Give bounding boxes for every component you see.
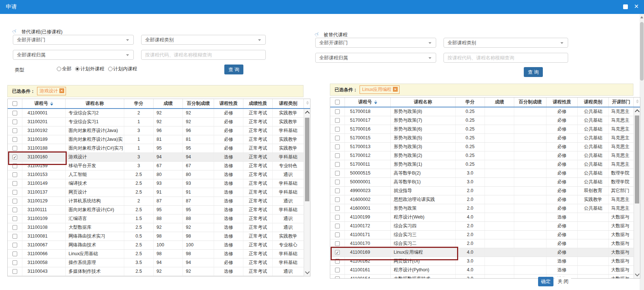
table-row[interactable]: 41600002思想政治理论课实践2.0必修实践教学马克思主 xyxy=(330,195,634,204)
remove-tag-icon[interactable]: ✕ xyxy=(393,87,398,92)
table-scrollbar-right[interactable] xyxy=(634,107,640,278)
sort-both-icon[interactable] xyxy=(636,99,639,103)
sort-both-icon[interactable] xyxy=(306,101,309,105)
table-row[interactable]: 51700016形势与政策(6)0.25必修公共基础马克思主 xyxy=(330,125,634,134)
category-select-right[interactable]: 全部课程类别 xyxy=(444,38,568,48)
query-button-left[interactable]: 查 询 xyxy=(224,65,243,74)
table-row[interactable]: 31100201专业综合实习119292必修正常考试实践教学 xyxy=(8,118,304,126)
row-checkbox[interactable] xyxy=(12,111,17,115)
row-checkbox[interactable] xyxy=(335,206,340,211)
table-row[interactable]: 41100170综合实习二2.0必修大数据与 xyxy=(330,239,634,248)
table-row[interactable]: ✓41100169Linux应用编程4.0必修大数据与 xyxy=(330,248,634,257)
row-checkbox[interactable] xyxy=(335,188,340,193)
row-checkbox[interactable] xyxy=(335,136,340,140)
row-checkbox[interactable] xyxy=(12,181,17,186)
table-row[interactable]: 31100149编译技术2.59393选修正常考试学科基础 xyxy=(8,179,304,188)
query-button-right[interactable]: 查 询 xyxy=(524,67,543,77)
table-row[interactable]: 31100058操作系统原理3.59494必修正常考试学科基础 xyxy=(8,258,304,267)
table-row[interactable]: 31100066Linux应用基础2.59898选修正常考试学科基础 xyxy=(8,250,304,258)
table-row[interactable]: 31100067网络路由技术2.5100100选修正常考试专业核心 xyxy=(8,241,304,250)
table-row[interactable]: 41100172综合实习四2.0必修大数据与 xyxy=(330,222,634,231)
category-select-left[interactable]: 全部课程类别 xyxy=(141,35,266,45)
column-header[interactable]: 课程名称 xyxy=(391,98,456,107)
row-checkbox[interactable] xyxy=(335,180,340,184)
column-header[interactable]: 课程性质 xyxy=(214,99,243,108)
table-row[interactable]: 41600001形势与政策2.0必修公共基础马克思主 xyxy=(330,204,634,213)
row-checkbox[interactable] xyxy=(12,208,17,212)
close-button[interactable]: 关 闭 xyxy=(555,277,571,286)
remove-tag-icon[interactable]: ✕ xyxy=(59,88,64,93)
table-row[interactable]: 41100199程序设计(Web)4.0选修大数据与 xyxy=(330,213,634,222)
column-header[interactable]: 成绩性质 xyxy=(243,99,273,108)
column-header[interactable]: 成绩 xyxy=(154,99,183,108)
row-checkbox[interactable] xyxy=(12,128,17,133)
table-row[interactable]: 51700018形势与政策(8)0.25必修公共基础马克思主 xyxy=(330,107,634,116)
table-row[interactable]: 41100154大数据数据库技术3.0选修大数据与 xyxy=(330,275,634,278)
table-row[interactable]: 31100189面向对象程序设计(Java)实18181必修正常考试实践教学 xyxy=(8,135,304,144)
row-checkbox[interactable]: ✓ xyxy=(12,155,17,159)
row-checkbox[interactable] xyxy=(335,241,340,246)
sort-icon[interactable] xyxy=(374,100,377,104)
scroll-down-icon[interactable] xyxy=(635,272,640,276)
table-row[interactable]: ✓31100160游戏设计39494选修正常考试学科基础 xyxy=(8,153,304,162)
column-header[interactable]: 课程号 xyxy=(345,98,391,107)
search-input-right[interactable] xyxy=(444,53,568,63)
scrollbar-thumb[interactable] xyxy=(305,118,309,201)
table-row[interactable]: 31100192面向对象程序设计(Java)39696必修正常考试学科基础 xyxy=(8,126,304,135)
table-row[interactable]: 49900023就业指导2.0必修双创教育其它部门 xyxy=(330,187,634,195)
table-row[interactable]: 31100188面向对象程序设计(C#)实习19595必修正常考试实践教学 xyxy=(8,144,304,153)
maximize-icon[interactable] xyxy=(623,4,628,9)
row-checkbox[interactable] xyxy=(12,243,17,247)
sort-icon[interactable] xyxy=(50,102,53,106)
row-checkbox[interactable] xyxy=(335,118,340,123)
table-row[interactable]: 50000515高等数学B(2)3.0必修公共基础数理学院 xyxy=(330,169,634,178)
table-row[interactable]: 41100161程序设计(Python)4.0选修大数据与 xyxy=(330,266,634,275)
table-row[interactable]: 50000001高等数学B(1)3.0必修公共基础数理学院 xyxy=(330,178,634,187)
radio-in-plan[interactable]: 计划内课程 xyxy=(108,66,137,72)
department-select-left[interactable]: 全部开课部门 xyxy=(13,35,134,45)
row-checkbox[interactable] xyxy=(335,232,340,237)
table-row[interactable]: 31100109汇编语言1.58888选修正常考试通识 xyxy=(8,214,304,223)
row-checkbox[interactable] xyxy=(12,146,17,151)
table-row[interactable]: 31100043多媒体制作技术2.59292选修正常考试通识 xyxy=(8,267,304,276)
row-checkbox[interactable] xyxy=(335,215,340,220)
belong-select-left[interactable]: 全部课程归属 xyxy=(13,50,134,60)
table-row[interactable]: 51700017形势与政策(7)0.25必修公共基础马克思主 xyxy=(330,116,634,125)
column-header[interactable]: 课程类别 xyxy=(273,99,304,108)
table-row[interactable]: 31100153人工智能2.58080选修正常考试通识 xyxy=(8,170,304,179)
close-icon[interactable]: ✕ xyxy=(634,3,639,10)
row-checkbox[interactable] xyxy=(335,144,340,149)
row-checkbox[interactable] xyxy=(12,164,17,168)
radio-out-of-plan[interactable]: 计划外课程 xyxy=(75,66,104,72)
table-row[interactable]: 31100108大型数据库2.59292选修正常考试通识 xyxy=(8,223,304,232)
column-header[interactable]: 开课部门 xyxy=(609,98,634,107)
row-checkbox[interactable] xyxy=(335,224,340,228)
row-checkbox[interactable] xyxy=(12,216,17,221)
table-row[interactable]: 31100159移动平台开发36767选修正常考试专业特色 xyxy=(8,162,304,170)
select-all-checkbox[interactable] xyxy=(335,100,340,104)
scroll-up-icon[interactable] xyxy=(640,16,643,18)
table-scrollbar-left[interactable] xyxy=(304,109,310,276)
column-header[interactable]: 课程名称 xyxy=(66,99,124,108)
table-row[interactable]: 51700015形势与政策(5)0.25必修公共基础马克思主 xyxy=(330,134,634,143)
page-scrollbar-thumb[interactable] xyxy=(640,22,644,81)
search-input-left[interactable] xyxy=(141,50,266,60)
scroll-up-icon[interactable] xyxy=(635,109,640,114)
row-checkbox[interactable] xyxy=(12,234,17,239)
row-checkbox[interactable] xyxy=(335,268,340,272)
row-checkbox[interactable] xyxy=(12,172,17,177)
row-checkbox[interactable] xyxy=(335,127,340,132)
table-row[interactable]: 31100081网络路由技术实习0.59898选修正常考试实践教学 xyxy=(8,232,304,241)
row-checkbox[interactable] xyxy=(12,260,17,265)
table-row[interactable]: 41100162网页设计(UI)3.0选修大数据与 xyxy=(330,257,634,266)
row-checkbox[interactable] xyxy=(335,162,340,167)
scroll-down-icon[interactable] xyxy=(305,269,310,274)
department-select-right[interactable]: 全部开课部门 xyxy=(315,38,436,48)
column-header[interactable]: 百分制成绩 xyxy=(514,98,547,107)
row-checkbox[interactable] xyxy=(335,171,340,176)
column-header[interactable]: 学分 xyxy=(456,98,485,107)
row-checkbox[interactable] xyxy=(335,259,340,264)
column-header[interactable]: 课程号 xyxy=(22,99,66,108)
table-row[interactable]: 51700011形势与政策(1)0.25必修公共基础马克思主 xyxy=(330,160,634,169)
row-checkbox[interactable] xyxy=(12,137,17,142)
